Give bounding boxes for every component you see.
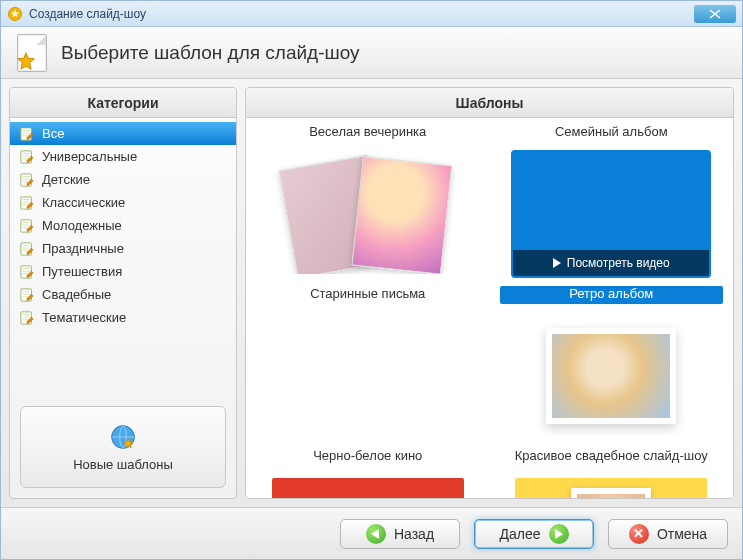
window-close-button[interactable] [694, 5, 736, 23]
templates-title: Шаблоны [246, 88, 733, 118]
templates-panel: Шаблоны Веселая вечеринкаСемейный альбом… [245, 87, 734, 499]
next-label: Далее [499, 526, 540, 542]
template-thumbnail[interactable] [268, 150, 468, 278]
template-thumbnail[interactable] [511, 474, 711, 498]
new-templates-label: Новые шаблоны [73, 457, 173, 472]
category-label: Все [42, 126, 64, 141]
template-title: Красивое свадебное слайд-шоу [500, 448, 724, 466]
note-pencil-icon [20, 265, 34, 279]
template-thumbnail[interactable] [268, 474, 468, 498]
main-body: Категории Все Универсальные Детские Клас… [1, 79, 742, 507]
note-pencil-icon [20, 173, 34, 187]
category-item[interactable]: Праздничные [10, 237, 236, 260]
templates-scroll[interactable]: Веселая вечеринкаСемейный альбомПосмотре… [246, 118, 733, 498]
close-icon [709, 9, 721, 19]
next-button[interactable]: Далее [474, 519, 594, 549]
template-title: Веселая вечеринка [256, 124, 480, 142]
wizard-footer: Назад Далее ✕ Отмена [1, 507, 742, 559]
template-thumbnail[interactable]: Посмотреть видео [511, 150, 711, 278]
cancel-button[interactable]: ✕ Отмена [608, 519, 728, 549]
templates-grid: Веселая вечеринкаСемейный альбомПосмотре… [256, 124, 723, 498]
app-icon [7, 6, 23, 22]
next-icon [549, 524, 569, 544]
categories-title: Категории [10, 88, 236, 118]
window-title: Создание слайд-шоу [29, 7, 146, 21]
template-thumbnail[interactable] [511, 312, 711, 440]
play-icon [553, 258, 561, 268]
category-item[interactable]: Классические [10, 191, 236, 214]
cancel-icon: ✕ [629, 524, 649, 544]
category-item[interactable]: Все [10, 122, 236, 145]
wizard-header: Выберите шаблон для слайд-шоу [1, 27, 742, 79]
app-window: Создание слайд-шоу Выберите шаблон для с… [0, 0, 743, 560]
category-label: Классические [42, 195, 125, 210]
template-title: Семейный альбом [500, 124, 724, 142]
category-label: Тематические [42, 310, 126, 325]
note-pencil-icon [20, 219, 34, 233]
template-title: Ретро альбом [500, 286, 724, 304]
category-item[interactable]: Универсальные [10, 145, 236, 168]
category-label: Детские [42, 172, 90, 187]
note-pencil-icon [20, 196, 34, 210]
new-templates-button[interactable]: Новые шаблоны [20, 406, 226, 488]
page-title: Выберите шаблон для слайд-шоу [61, 42, 360, 64]
header-icon [15, 33, 49, 73]
category-item[interactable]: Путешествия [10, 260, 236, 283]
category-item[interactable]: Детские [10, 168, 236, 191]
titlebar: Создание слайд-шоу [1, 1, 742, 27]
categories-list: Все Универсальные Детские Классические М… [10, 118, 236, 396]
note-pencil-icon [20, 150, 34, 164]
template-title: Старинные письма [256, 286, 480, 304]
globe-star-icon [109, 423, 137, 451]
star-icon [15, 51, 37, 73]
note-pencil-icon [20, 311, 34, 325]
back-icon [366, 524, 386, 544]
category-item[interactable]: Свадебные [10, 283, 236, 306]
template-title: Черно-белое кино [256, 448, 480, 466]
category-item[interactable]: Молодежные [10, 214, 236, 237]
titlebar-left: Создание слайд-шоу [1, 6, 146, 22]
watch-video-bar[interactable]: Посмотреть видео [513, 250, 709, 276]
template-thumbnail[interactable] [268, 312, 468, 440]
category-label: Путешествия [42, 264, 122, 279]
category-label: Универсальные [42, 149, 137, 164]
note-pencil-icon [20, 242, 34, 256]
back-button[interactable]: Назад [340, 519, 460, 549]
categories-panel: Категории Все Универсальные Детские Клас… [9, 87, 237, 499]
note-pencil-icon [20, 288, 34, 302]
category-label: Свадебные [42, 287, 111, 302]
category-label: Праздничные [42, 241, 124, 256]
category-label: Молодежные [42, 218, 122, 233]
cancel-label: Отмена [657, 526, 707, 542]
back-label: Назад [394, 526, 434, 542]
note-pencil-icon [20, 127, 34, 141]
watch-video-label: Посмотреть видео [567, 256, 670, 270]
category-item[interactable]: Тематические [10, 306, 236, 329]
